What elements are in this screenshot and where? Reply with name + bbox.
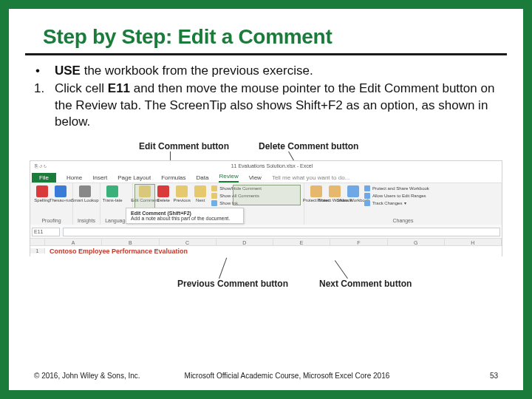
formula-bar[interactable] — [63, 228, 500, 236]
cell-a1-title: Contoso Employee Performance Evaluation — [45, 248, 188, 255]
excel-window: ⎘ ↺ ↻ 11 Evaluations Solution.xlsx - Exc… — [30, 160, 502, 256]
qat-icon: ⎘ ↺ ↻ — [35, 163, 47, 168]
next-comment-button[interactable]: Next — [193, 185, 208, 206]
step-1: 1. Click cell E11 and then move the mous… — [34, 81, 498, 130]
callout-next-comment: Next Comment button — [319, 279, 412, 289]
callout-previous-comment: Previous Comment button — [177, 279, 288, 289]
spelling-button[interactable]: Spelling — [35, 185, 50, 206]
tellme-box[interactable]: Tell me what you want to do... — [272, 174, 349, 183]
tab-home[interactable]: Home — [66, 174, 82, 183]
protect-share-workbook[interactable]: Protect and Share Workbook — [364, 185, 429, 191]
footer-copyright: © 2016, John Wiley & Sons, Inc. — [34, 372, 140, 380]
delete-comment-button[interactable]: Delete — [156, 185, 171, 206]
protect-sheet-button[interactable]: Protect Sheet — [309, 185, 324, 206]
group-proofing: Spelling Thesau-rus Proofing — [30, 183, 73, 225]
group-changes: Protect Sheet Protect Workbook Share Wor… — [304, 183, 502, 225]
track-changes[interactable]: Track Changes ▾ — [364, 200, 429, 206]
tab-insert[interactable]: Insert — [92, 174, 107, 183]
title-bar: ⎘ ↺ ↻ 11 Evaluations Solution.xlsx - Exc… — [30, 161, 502, 171]
ribbon-tabs: File Home Insert Page Layout Formulas Da… — [30, 171, 502, 183]
bullet-use: • USE the workbook from the previous exe… — [34, 63, 498, 79]
callout-edit-comment: Edit Comment button — [139, 141, 229, 151]
row-1: 1 Contoso Employee Performance Evaluatio… — [30, 246, 502, 256]
ribbon: Spelling Thesau-rus Proofing Smart Looku… — [30, 183, 502, 225]
group-insights: Smart Lookup Insights — [73, 183, 100, 225]
thesaurus-button[interactable]: Thesau-rus — [53, 185, 68, 206]
tab-page-layout[interactable]: Page Layout — [117, 174, 151, 183]
column-headers: ABCDEFGH — [30, 238, 502, 246]
slide-footer: © 2016, John Wiley & Sons, Inc. Microsof… — [34, 372, 498, 380]
tab-file[interactable]: File — [32, 173, 56, 183]
previous-comment-button[interactable]: Previous — [174, 185, 189, 206]
smart-lookup-button[interactable]: Smart Lookup — [78, 185, 92, 206]
show-ink[interactable]: Show Ink — [211, 200, 262, 206]
callout-delete-comment: Delete Comment button — [259, 141, 358, 151]
allow-edit-ranges[interactable]: Allow Users to Edit Ranges — [364, 193, 429, 199]
tab-data[interactable]: Data — [197, 174, 209, 183]
protect-workbook-button[interactable]: Protect Workbook — [327, 185, 342, 206]
footer-page-number: 53 — [490, 372, 498, 380]
tab-view[interactable]: View — [249, 174, 262, 183]
slide-title: Step by Step: Edit a Comment — [43, 25, 489, 49]
tab-review[interactable]: Review — [219, 173, 238, 183]
screentip: Edit Comment (Shift+F2) Add a note about… — [126, 208, 244, 224]
screenshot-figure: Edit Comment button Delete Comment butto… — [30, 141, 502, 289]
show-all-comments[interactable]: Show All Comments — [211, 193, 262, 199]
footer-course: Microsoft Official Academic Course, Micr… — [140, 372, 490, 380]
window-filename: 11 Evaluations Solution.xlsx - Excel — [231, 163, 313, 168]
translate-button[interactable]: Trans-late — [105, 185, 120, 206]
tab-formulas[interactable]: Formulas — [161, 174, 185, 183]
share-workbook-button[interactable]: Share Workbook — [346, 185, 361, 206]
name-box[interactable]: E11 — [32, 228, 60, 236]
edit-comment-button[interactable]: Edit Comment — [137, 185, 152, 206]
show-hide-comment[interactable]: Show/Hide Comment — [211, 185, 262, 191]
body-content: • USE the workbook from the previous exe… — [9, 55, 523, 131]
